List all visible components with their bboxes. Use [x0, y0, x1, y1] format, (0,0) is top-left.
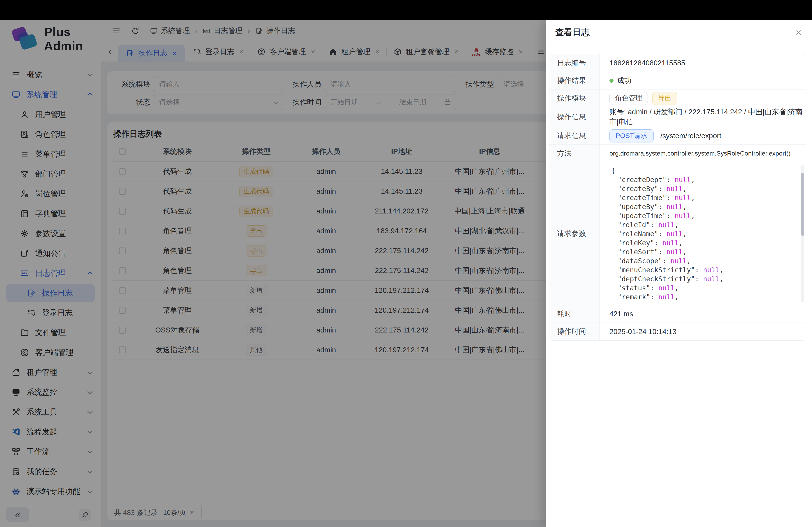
field-label: 操作时间 [549, 323, 599, 340]
field-value: 成功 [617, 76, 632, 86]
drawer-header: 查看日志 × [546, 20, 812, 45]
field-value: 1882612840802115585 [609, 59, 685, 67]
detail-field-row: 请求信息 POST请求/system/role/export [549, 127, 806, 145]
log-detail-drawer: 查看日志 × 日志编号 1882612840802115585 操作结果 成功 … [546, 20, 812, 527]
json-line: "updateTime": null, [611, 211, 793, 221]
json-line: "roleId": null, [611, 221, 793, 229]
module-tag: 导出 [652, 92, 677, 105]
json-line: "menuCheckStrictly": null, [611, 266, 793, 274]
module-tag: 角色管理 [609, 92, 648, 105]
detail-field-row: 操作模块 角色管理导出 [549, 90, 806, 107]
screenshot-root: Plus Admin 概览系统管理用户管理角色管理菜单管理部门管理岗位管理字典管… [0, 0, 812, 527]
detail-field-row: 方法 org.dromara.system.controller.system.… [549, 145, 806, 162]
field-label: 操作结果 [549, 72, 599, 89]
detail-field-row: 日志编号 1882612840802115585 [549, 54, 806, 72]
json-line: "createDept": null, [611, 175, 793, 184]
json-line: "dataScope": null, [611, 257, 793, 266]
detail-field-row: 请求参数 {"createDept": null,"createBy": nul… [549, 162, 806, 305]
request-params-json[interactable]: {"createDept": null,"createBy": null,"cr… [599, 162, 806, 305]
field-label: 操作信息 [549, 107, 599, 127]
request-path: /system/role/export [661, 132, 721, 140]
json-line: "roleKey": null, [611, 239, 793, 247]
scrollbar-thumb[interactable] [801, 173, 804, 236]
field-label: 请求参数 [549, 162, 599, 305]
json-line: "deptCheckStrictly": null, [611, 274, 793, 284]
field-value: 421 ms [609, 310, 633, 318]
post-request-badge: POST请求 [609, 130, 654, 142]
field-label: 日志编号 [549, 54, 599, 72]
close-icon[interactable]: × [796, 20, 802, 45]
json-line: "status": null, [611, 284, 793, 292]
detail-field-row: 耗时 421 ms [549, 305, 806, 323]
field-label: 方法 [549, 145, 599, 162]
detail-field-row: 操作信息 账号: admin / 研发部门 / 222.175.114.242 … [549, 107, 806, 127]
json-line: "roleName": null, [611, 229, 793, 239]
indent-guide [610, 176, 610, 303]
field-label: 耗时 [549, 305, 599, 322]
log-detail-fields: 日志编号 1882612840802115585 操作结果 成功 操作模块 角色… [549, 54, 806, 341]
detail-field-row: 操作结果 成功 [549, 72, 806, 90]
json-line: "roleSort": null, [611, 247, 793, 257]
drawer-title: 查看日志 [555, 27, 590, 38]
field-value: 账号: admin / 研发部门 / 222.175.114.242 / 中国|… [609, 107, 806, 127]
field-label: 操作模块 [549, 90, 599, 107]
field-label: 请求信息 [549, 127, 599, 145]
success-dot-icon [609, 79, 613, 83]
json-line: "updateBy": null, [611, 202, 793, 211]
json-line: "createBy": null, [611, 184, 793, 193]
top-black-bar [0, 0, 812, 20]
field-value: 2025-01-24 10:14:13 [609, 328, 677, 336]
field-value: org.dromara.system.controller.system.Sys… [609, 150, 791, 157]
json-line: "createTime": null, [611, 193, 793, 202]
json-line: "remark": null, [611, 292, 793, 302]
detail-field-row: 操作时间 2025-01-24 10:14:13 [549, 323, 806, 340]
